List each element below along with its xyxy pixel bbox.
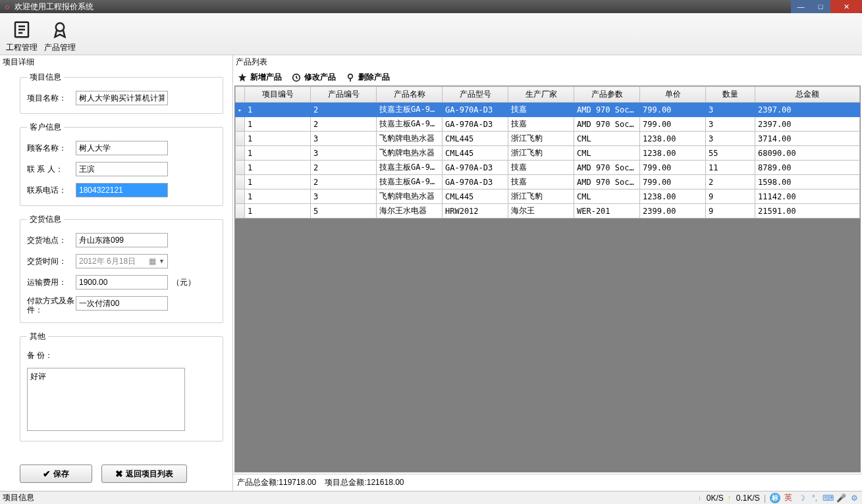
table-cell[interactable]: HRW2012 (443, 204, 508, 218)
table-row[interactable]: 13飞豹牌电热水器CML445浙江飞豹CML1238.005568090.00 (236, 146, 860, 161)
toolbar-product-manage[interactable]: 产品管理 (41, 18, 79, 53)
row-header[interactable] (236, 204, 245, 218)
table-cell[interactable]: 技嘉 (508, 161, 574, 175)
table-cell[interactable]: 799.00 (640, 117, 706, 132)
table-cell[interactable]: 2397.00 (755, 117, 860, 132)
table-cell[interactable]: 1 (245, 175, 311, 189)
table-cell[interactable]: 1238.00 (640, 189, 706, 204)
table-cell[interactable]: 799.00 (640, 103, 706, 117)
table-cell[interactable]: 技嘉主板GA-9... (377, 103, 443, 117)
table-cell[interactable]: 799.00 (640, 161, 706, 175)
table-cell[interactable]: GA-970A-D3 (443, 175, 508, 189)
table-cell[interactable]: 3 (706, 117, 755, 132)
table-cell[interactable]: GA-970A-D3 (443, 117, 508, 132)
table-cell[interactable]: 海尔王 (508, 204, 574, 218)
table-cell[interactable]: 浙江飞豹 (508, 146, 574, 161)
column-header[interactable]: 产品参数 (574, 87, 640, 103)
table-cell[interactable]: 2 (311, 103, 377, 117)
row-header[interactable]: ▸ (236, 103, 245, 117)
table-cell[interactable]: 技嘉主板GA-9... (377, 117, 443, 132)
table-cell[interactable]: 8789.00 (755, 161, 860, 175)
table-cell[interactable]: AMD 970 Socket (574, 117, 640, 132)
table-cell[interactable]: 2399.00 (640, 204, 706, 218)
keyboard-icon[interactable]: ⌨ (822, 493, 833, 503)
product-grid-container[interactable]: 项目编号产品编号产品名称产品型号生产厂家产品参数单价数量总金额 ▸12技嘉主板G… (234, 86, 861, 472)
table-row[interactable]: 15海尔王水电器HRW2012海尔王WER-2012399.00921591.0… (236, 204, 860, 218)
table-cell[interactable]: GA-970A-D3 (443, 103, 508, 117)
table-cell[interactable]: 2 (311, 161, 377, 175)
table-cell[interactable]: GA-970A-D3 (443, 161, 508, 175)
table-cell[interactable]: 3 (706, 103, 755, 117)
project-name-input[interactable] (76, 91, 168, 105)
column-header[interactable]: 数量 (706, 87, 755, 103)
table-cell[interactable]: 3 (311, 189, 377, 204)
date-picker[interactable]: 2012年 6月18日 ▦ ▼ (76, 254, 168, 268)
moon-icon[interactable]: ☽ (796, 493, 807, 503)
table-cell[interactable]: CML445 (443, 146, 508, 161)
back-to-list-button[interactable]: ✖ 返回项目列表 (101, 465, 187, 483)
table-cell[interactable]: CML (574, 189, 640, 204)
table-cell[interactable]: 11 (706, 161, 755, 175)
payment-input[interactable] (76, 296, 168, 311)
table-cell[interactable]: CML (574, 132, 640, 146)
table-row[interactable]: 12技嘉主板GA-9...GA-970A-D3技嘉AMD 970 Socket7… (236, 117, 860, 132)
ime-mode-icon[interactable]: 英 (783, 493, 794, 503)
save-button[interactable]: ✔ 保存 (20, 465, 92, 483)
table-cell[interactable]: 技嘉 (508, 175, 574, 189)
table-cell[interactable]: 飞豹牌电热水器 (377, 146, 443, 161)
table-cell[interactable]: 1598.00 (755, 175, 860, 189)
table-cell[interactable]: CML (574, 146, 640, 161)
mic-icon[interactable]: 🎤 (836, 493, 846, 503)
table-cell[interactable]: 1238.00 (640, 132, 706, 146)
product-grid[interactable]: 项目编号产品编号产品名称产品型号生产厂家产品参数单价数量总金额 ▸12技嘉主板G… (235, 86, 860, 218)
column-header[interactable]: 总金额 (755, 87, 860, 103)
row-header[interactable] (236, 161, 245, 175)
table-row[interactable]: 13飞豹牌电热水器CML445浙江飞豹CML1238.00911142.00 (236, 189, 860, 204)
table-cell[interactable]: 技嘉 (508, 117, 574, 132)
table-cell[interactable]: AMD 970 Socket (574, 103, 640, 117)
table-cell[interactable]: 3 (311, 132, 377, 146)
table-cell[interactable]: 1 (245, 103, 311, 117)
row-header[interactable] (236, 146, 245, 161)
phone-input[interactable] (76, 183, 168, 197)
table-cell[interactable]: AMD 970 Socket (574, 161, 640, 175)
close-button[interactable]: ✕ (830, 0, 862, 13)
table-cell[interactable]: 飞豹牌电热水器 (377, 132, 443, 146)
table-cell[interactable]: CML445 (443, 132, 508, 146)
table-row[interactable]: ▸12技嘉主板GA-9...GA-970A-D3技嘉AMD 970 Socket… (236, 103, 860, 117)
table-cell[interactable]: 1 (245, 132, 311, 146)
row-header[interactable] (236, 189, 245, 204)
row-header[interactable] (236, 175, 245, 189)
gear-icon[interactable]: ⚙ (849, 493, 859, 503)
column-header[interactable]: 产品编号 (311, 87, 377, 103)
table-cell[interactable]: 浙江飞豹 (508, 132, 574, 146)
table-cell[interactable]: 21591.00 (755, 204, 860, 218)
address-input[interactable] (76, 233, 168, 247)
table-cell[interactable]: 1238.00 (640, 146, 706, 161)
table-cell[interactable]: 9 (706, 189, 755, 204)
remark-textarea[interactable] (27, 368, 185, 431)
table-cell[interactable]: 浙江飞豹 (508, 189, 574, 204)
maximize-button[interactable]: □ (811, 0, 830, 13)
column-header[interactable]: 生产厂家 (508, 87, 574, 103)
table-row[interactable]: 12技嘉主板GA-9...GA-970A-D3技嘉AMD 970 Socket7… (236, 161, 860, 175)
table-cell[interactable]: 68090.00 (755, 146, 860, 161)
column-header[interactable]: 项目编号 (245, 87, 311, 103)
edit-product-action[interactable]: 修改产品 (291, 72, 336, 83)
table-cell[interactable]: 飞豹牌电热水器 (377, 189, 443, 204)
column-header[interactable]: 产品型号 (443, 87, 508, 103)
table-cell[interactable]: 11142.00 (755, 189, 860, 204)
punct-icon[interactable]: °, (809, 493, 820, 503)
table-cell[interactable]: 1 (245, 189, 311, 204)
shipping-input[interactable] (76, 275, 168, 290)
table-cell[interactable]: 2 (311, 117, 377, 132)
row-header[interactable] (236, 117, 245, 132)
table-cell[interactable]: 海尔王水电器 (377, 204, 443, 218)
table-cell[interactable]: 1 (245, 204, 311, 218)
table-row[interactable]: 13飞豹牌电热水器CML445浙江飞豹CML1238.0033714.00 (236, 132, 860, 146)
table-cell[interactable]: 1 (245, 161, 311, 175)
table-cell[interactable]: WER-201 (574, 204, 640, 218)
table-cell[interactable]: 3714.00 (755, 132, 860, 146)
table-cell[interactable]: 9 (706, 204, 755, 218)
ime-icon[interactable]: 标 (770, 493, 780, 503)
